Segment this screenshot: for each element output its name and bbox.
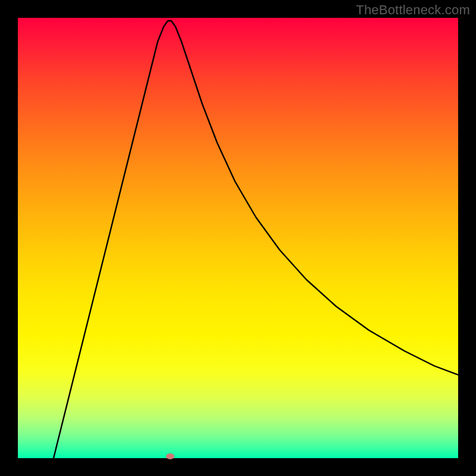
optimum-marker-dot [166,453,174,459]
watermark-text: TheBottleneck.com [356,2,470,18]
chart-plot-area [18,18,458,458]
bottleneck-curve [18,18,458,458]
